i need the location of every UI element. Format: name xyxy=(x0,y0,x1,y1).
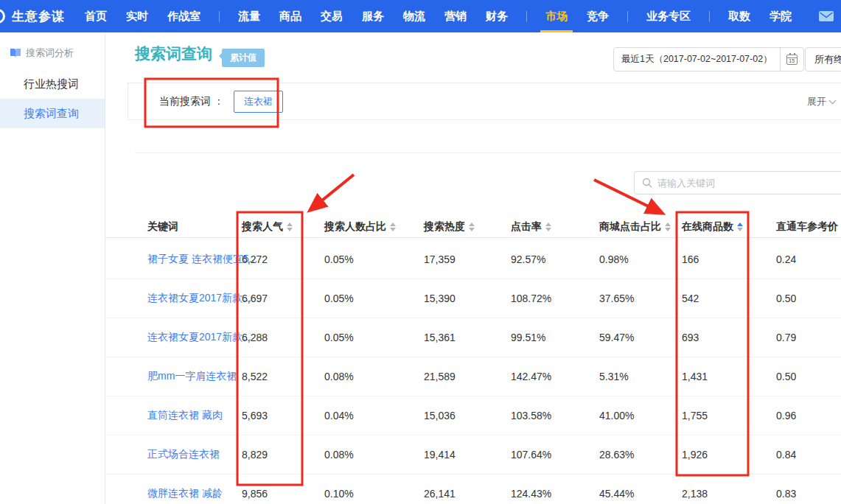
nav-item[interactable]: 营销 xyxy=(435,0,476,32)
section-divider xyxy=(135,153,841,153)
mail-icon[interactable] xyxy=(819,11,834,24)
cell-value: 19,414 xyxy=(424,449,511,461)
column-label: 搜索人气 xyxy=(242,220,283,234)
column-label: 搜索热度 xyxy=(424,220,465,234)
column-label: 搜索人数占比 xyxy=(324,220,386,234)
cumulative-badge: 累计值 xyxy=(222,49,265,67)
keyword-tag[interactable]: 连衣裙 xyxy=(234,91,283,113)
cell-value: 0.84 xyxy=(776,449,841,461)
sort-icon[interactable] xyxy=(545,223,551,231)
cell-value: 0.83 xyxy=(776,488,841,500)
column-label: 在线商品数 xyxy=(682,220,733,234)
sidebar: 搜索词分析 行业热搜词搜索词查询 xyxy=(0,32,105,504)
cell-value: 0.24 xyxy=(776,253,841,265)
cell-value: 0.05% xyxy=(324,293,424,304)
date-range-picker[interactable]: 最近1天（2017-07-02~2017-07-02） 15 xyxy=(613,47,804,71)
column-header[interactable]: 商城点击占比 xyxy=(599,220,682,234)
search-input[interactable] xyxy=(657,178,827,189)
column-header: 关键词 xyxy=(147,220,242,234)
column-label: 商城点击占比 xyxy=(599,220,661,234)
nav-separator xyxy=(526,11,527,22)
sort-icon[interactable] xyxy=(737,223,743,231)
column-label: 点击率 xyxy=(511,220,542,234)
keyword-link[interactable]: 连衣裙女夏2017新款... xyxy=(147,292,242,305)
cell-value: 21,589 xyxy=(424,371,511,382)
nav-item[interactable]: 财务 xyxy=(476,0,517,32)
sort-icon[interactable] xyxy=(665,223,671,231)
expand-toggle[interactable]: 展开 xyxy=(807,95,835,108)
column-header[interactable]: 搜索人气 xyxy=(242,220,324,234)
cell-value: 542 xyxy=(682,293,776,304)
cell-value: 1,431 xyxy=(682,371,776,382)
nav-item[interactable]: 取数 xyxy=(719,0,760,32)
nav-item[interactable]: 物流 xyxy=(394,0,435,32)
book-icon xyxy=(10,48,21,58)
top-navbar: 生意参谋 首页实时作战室流量商品交易服务物流营销财务市场竞争业务专区取数学院 xyxy=(0,0,841,32)
keyword-link[interactable]: 直筒连衣裙 藏肉 xyxy=(147,409,242,422)
nav-item[interactable]: 流量 xyxy=(228,0,270,32)
nav-separator xyxy=(219,11,220,22)
cell-value: 8,522 xyxy=(242,371,324,382)
current-keyword-bar: 当前搜索词 ： 连衣裙 xyxy=(128,83,841,120)
table-row: 连衣裙女夏2017新款...6,2880.05%15,36199.51%59.4… xyxy=(105,318,841,357)
cell-value: 6,272 xyxy=(242,253,324,265)
page-title: 搜索词查询 xyxy=(135,43,212,64)
sidebar-section-label: 搜索词分析 xyxy=(26,46,74,60)
keyword-search[interactable] xyxy=(634,171,841,195)
calendar-button[interactable]: 15 xyxy=(780,48,803,71)
keyword-link[interactable]: 微胖连衣裙 减龄 xyxy=(147,487,242,500)
cell-value: 28.63% xyxy=(599,449,682,461)
keyword-link[interactable]: 连衣裙女夏2017新款... xyxy=(147,331,242,344)
sidebar-item[interactable]: 行业热搜词 xyxy=(0,69,105,99)
nav-item[interactable]: 市场 xyxy=(536,0,577,32)
cell-value: 45.44% xyxy=(599,488,682,500)
keyword-link[interactable]: 肥mm一字肩连衣裙 xyxy=(147,370,242,383)
cell-value: 5.31% xyxy=(599,371,682,382)
nav-item[interactable]: 学院 xyxy=(760,0,801,32)
cell-value: 0.05% xyxy=(324,253,424,265)
column-header[interactable]: 点击率 xyxy=(511,220,599,234)
cell-value: 17,359 xyxy=(424,253,511,265)
expand-label: 展开 xyxy=(807,95,826,108)
sort-icon[interactable] xyxy=(287,223,293,231)
logo-icon xyxy=(0,9,5,24)
app-logo[interactable]: 生意参谋 xyxy=(12,8,65,25)
cell-value: 0.10% xyxy=(324,488,424,500)
column-header[interactable]: 搜索人数占比 xyxy=(324,220,424,234)
nav-item[interactable]: 服务 xyxy=(352,0,394,32)
sort-icon[interactable] xyxy=(469,223,475,231)
cell-value: 59.47% xyxy=(599,332,682,343)
nav-item[interactable]: 作战室 xyxy=(158,0,210,32)
cell-value: 6,697 xyxy=(242,293,324,304)
cell-value: 108.72% xyxy=(511,293,599,304)
cell-value: 2,138 xyxy=(682,488,776,500)
column-header[interactable]: 直通车参考价 xyxy=(776,220,841,234)
keyword-link[interactable]: 正式场合连衣裙 xyxy=(147,448,242,461)
nav-item[interactable]: 首页 xyxy=(75,0,116,32)
table-row: 连衣裙女夏2017新款...6,6970.05%15,390108.72%37.… xyxy=(105,279,841,318)
nav-item[interactable]: 竞争 xyxy=(577,0,618,32)
terminal-filter-button[interactable]: 所有终端 xyxy=(805,47,841,71)
cell-value: 0.50 xyxy=(776,293,841,304)
column-label: 关键词 xyxy=(147,220,178,234)
sidebar-items: 行业热搜词搜索词查询 xyxy=(0,69,105,128)
cell-value: 9,856 xyxy=(242,488,324,500)
sidebar-section: 搜索词分析 xyxy=(0,32,105,60)
cell-value: 0.98% xyxy=(599,253,682,265)
nav-item[interactable]: 实时 xyxy=(116,0,158,32)
cell-value: 6,288 xyxy=(242,332,324,343)
column-header[interactable]: 在线商品数 xyxy=(682,220,776,234)
cell-value: 693 xyxy=(682,332,776,343)
nav-separator xyxy=(709,11,710,22)
column-header[interactable]: 搜索热度 xyxy=(424,220,511,234)
nav-item[interactable]: 交易 xyxy=(311,0,352,32)
date-range-label[interactable]: 最近1天（2017-07-02~2017-07-02） xyxy=(614,48,780,71)
sidebar-item[interactable]: 搜索词查询 xyxy=(0,99,105,128)
nav-item[interactable]: 商品 xyxy=(270,0,311,32)
sort-icon[interactable] xyxy=(390,223,396,231)
nav-item[interactable]: 业务专区 xyxy=(637,0,700,32)
keyword-link[interactable]: 裙子女夏 连衣裙便宜5... xyxy=(147,253,242,266)
cell-value: 15,036 xyxy=(424,410,511,421)
cell-value: 0.50 xyxy=(776,371,841,382)
column-label: 直通车参考价 xyxy=(776,220,838,234)
